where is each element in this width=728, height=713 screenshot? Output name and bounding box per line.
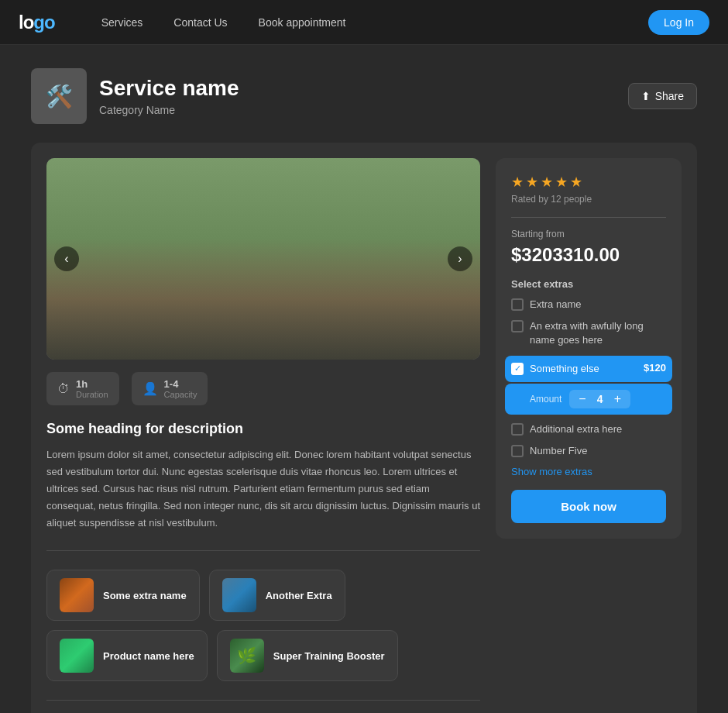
service-info: Service name Category Name: [99, 76, 239, 116]
carousel-image: [46, 158, 480, 360]
sidebar: ★ ★ ★ ★ ★ Rated by 12 people Starting fr…: [496, 158, 682, 713]
amount-increase-button[interactable]: +: [613, 393, 623, 405]
extra-item-0[interactable]: Extra name: [511, 298, 666, 312]
divider-1: [46, 550, 480, 551]
product-cards: Some extra name Another Extra Product na…: [46, 570, 480, 681]
description-text: Lorem ipsum dolor sit amet, consectetur …: [46, 446, 480, 532]
carousel-prev-button[interactable]: ‹: [54, 246, 79, 271]
product-name-0: Some extra name: [103, 590, 187, 601]
extra-checkbox-0[interactable]: [511, 298, 524, 311]
service-name: Service name: [99, 76, 239, 101]
extra-item-4[interactable]: Number Five: [511, 444, 666, 458]
extra-item-3[interactable]: Additional extra here: [511, 422, 666, 436]
extra-checkbox-3[interactable]: [511, 423, 524, 436]
amount-controls: − 4 +: [569, 390, 630, 408]
amount-row: Amount − 4 +: [505, 384, 672, 415]
share-button[interactable]: ⬆ Share: [628, 83, 697, 109]
product-name-1: Another Extra: [266, 590, 332, 601]
login-button[interactable]: Log In: [648, 10, 709, 35]
duration-badge: ⏱ 1h Duration: [46, 372, 119, 405]
person-icon: 👤: [143, 381, 158, 396]
main-column: ‹ › ⏱ 1h Duration 👤 1-4 Capacity: [46, 158, 480, 713]
extra-item-1[interactable]: An extra with awfully long name goes her…: [511, 319, 666, 347]
logo[interactable]: logo: [19, 12, 55, 33]
star-4: ★: [555, 174, 568, 191]
product-card-2[interactable]: Product name here: [46, 630, 208, 681]
nav-book[interactable]: Book appointment: [243, 0, 362, 45]
extra-item-2[interactable]: ✓ Something else $120: [505, 356, 672, 382]
product-card-1[interactable]: Another Extra: [209, 570, 345, 621]
navbar: logo Services Contact Us Book appointmen…: [0, 0, 728, 45]
price-value: $3203310.00: [511, 244, 666, 266]
book-now-button[interactable]: Book now: [511, 490, 666, 523]
capacity-badge: 👤 1-4 Capacity: [132, 372, 208, 405]
extra-name-4: Number Five: [530, 444, 666, 458]
service-category: Category Name: [99, 104, 239, 116]
starting-from-label: Starting from: [511, 229, 666, 239]
extra-name-3: Additional extra here: [530, 422, 666, 436]
product-name-3: Super Training Booster: [273, 650, 385, 662]
product-thumb-2: [60, 639, 94, 673]
extra-checkbox-2[interactable]: ✓: [511, 363, 524, 375]
star-3: ★: [541, 174, 553, 191]
extras-label: Select extras: [511, 278, 666, 290]
product-card-0[interactable]: Some extra name: [46, 570, 200, 621]
show-more-extras-button[interactable]: Show more extras: [511, 466, 592, 477]
service-thumbnail: 🛠️: [31, 68, 87, 124]
share-icon: ⬆: [641, 90, 651, 102]
carousel-next-button[interactable]: ›: [448, 246, 472, 271]
product-name-2: Product name here: [103, 650, 194, 662]
image-carousel: ‹ ›: [46, 158, 480, 360]
product-card-3[interactable]: 🌿 Super Training Booster: [217, 630, 398, 681]
sidebar-card: ★ ★ ★ ★ ★ Rated by 12 people Starting fr…: [496, 158, 682, 539]
rating-text: Rated by 12 people: [511, 194, 666, 205]
meta-badges: ⏱ 1h Duration 👤 1-4 Capacity: [46, 372, 480, 405]
extra-price-2: $120: [644, 362, 666, 374]
divider-2: [46, 700, 480, 701]
star-5: ★: [570, 174, 582, 191]
product-thumb-3: 🌿: [230, 639, 264, 673]
star-rating: ★ ★ ★ ★ ★: [511, 174, 666, 191]
service-header: 🛠️ Service name Category Name ⬆ Share: [31, 68, 697, 124]
amount-label: Amount: [530, 394, 561, 405]
clock-icon: ⏱: [57, 382, 70, 396]
product-thumb-0: [60, 578, 94, 612]
amount-controls-row: Amount − 4 +: [530, 390, 630, 408]
product-thumb-1: [222, 578, 256, 612]
extra-name-1: An extra with awfully long name goes her…: [530, 319, 666, 347]
star-1: ★: [511, 174, 524, 191]
extra-name-0: Extra name: [530, 298, 666, 312]
nav-services[interactable]: Services: [86, 0, 159, 45]
extra-name-2: Something else: [530, 362, 637, 376]
nav-links: Services Contact Us Book appointment: [86, 0, 648, 45]
amount-decrease-button[interactable]: −: [577, 393, 587, 405]
extra-checkbox-4[interactable]: [511, 445, 524, 457]
extra-checkbox-1[interactable]: [511, 320, 524, 332]
star-2: ★: [526, 174, 538, 191]
amount-value: 4: [594, 393, 606, 405]
description-heading: Some heading for description: [46, 421, 480, 437]
content-layout: ‹ › ⏱ 1h Duration 👤 1-4 Capacity: [31, 143, 697, 713]
sidebar-divider-1: [511, 217, 666, 218]
nav-contact[interactable]: Contact Us: [158, 0, 242, 45]
